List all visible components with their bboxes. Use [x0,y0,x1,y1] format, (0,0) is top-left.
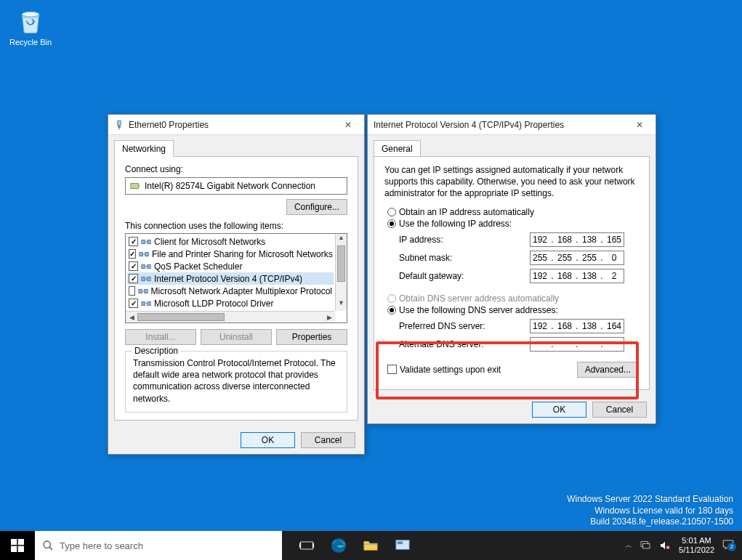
svg-rect-10 [145,252,148,256]
item-label: Client for Microsoft Networks [154,237,265,247]
recycle-bin-icon [16,6,45,35]
svg-rect-27 [11,539,17,545]
properties-button[interactable]: Properties [276,329,347,345]
alternate-dns-field[interactable]: ... [530,337,624,352]
search-placeholder: Type here to search [60,540,143,551]
window-ethernet-properties: Ethernet0 Properties ✕ Networking Connec… [108,114,365,455]
svg-rect-16 [148,277,150,280]
tab-general[interactable]: General [374,140,421,157]
svg-rect-28 [18,539,24,545]
taskbar-explorer[interactable] [355,531,387,560]
subnet-mask-field[interactable]: 255.255.255.0 [530,251,624,265]
network-icon[interactable] [640,540,651,551]
item-label: File and Printer Sharing for Microsoft N… [152,249,333,259]
list-item[interactable]: QoS Packet Scheduler [127,260,334,272]
item-checkbox[interactable] [129,274,138,283]
item-label: QoS Packet Scheduler [154,261,242,272]
item-checkbox[interactable] [129,299,138,308]
uninstall-button[interactable]: Uninstall [201,329,272,345]
component-icon [141,261,151,272]
component-icon [141,299,151,309]
svg-point-0 [22,12,39,17]
close-button[interactable]: ✕ [629,115,650,135]
radio-static-dns[interactable]: Use the following DNS server addresses: [387,305,639,315]
preferred-dns-field[interactable]: 192.168.138.164 [530,319,624,333]
component-icon [138,286,148,296]
windows-icon [11,539,24,552]
item-checkbox[interactable] [129,237,138,246]
configure-button[interactable]: Configure... [286,199,347,215]
list-item[interactable]: Microsoft LLDP Protocol Driver [127,297,334,309]
close-button[interactable]: ✕ [338,115,358,135]
adapter-field[interactable]: Intel(R) 82574L Gigabit Network Connecti… [125,177,347,195]
validate-checkbox[interactable]: Validate settings upon exit [387,365,501,375]
window-ipv4-properties: Internet Protocol Version 4 (TCP/IPv4) P… [367,114,656,424]
item-checkbox[interactable] [129,261,138,271]
item-checkbox[interactable] [129,286,135,296]
task-view-button[interactable] [291,531,323,560]
svg-rect-13 [148,264,150,268]
titlebar[interactable]: Internet Protocol Version 4 (TCP/IPv4) P… [368,115,656,135]
ok-button[interactable]: OK [532,402,586,418]
notification-icon [722,538,735,551]
svg-rect-12 [142,264,145,268]
svg-rect-35 [312,543,314,548]
taskbar-app[interactable] [387,531,419,560]
pdns-label: Preferred DNS server: [399,321,530,331]
volume-icon[interactable] [658,540,672,551]
gateway-field[interactable]: 192.168.138.2 [530,269,624,283]
ip-label: IP address: [399,235,530,245]
svg-rect-30 [18,546,24,552]
item-checkbox[interactable] [129,249,136,259]
description-text: Transmission Control Protocol/Internet P… [133,357,339,405]
vertical-scrollbar[interactable]: ▲▼ [335,234,347,311]
taskbar-search[interactable]: Type here to search [35,531,282,560]
folder-icon [363,537,379,553]
list-item[interactable]: Internet Protocol Version 4 (TCP/IPv4) [127,272,334,285]
radio-static-ip[interactable]: Use the following IP address: [387,219,639,229]
svg-rect-6 [142,240,145,243]
desktop-icon-label: Recycle Bin [6,38,55,46]
svg-rect-33 [301,542,313,549]
ip-address-field[interactable]: 192.168.138.165 [530,232,624,247]
cancel-button[interactable]: Cancel [592,402,647,418]
advanced-button[interactable]: Advanced... [577,362,639,378]
gateway-label: Default gateway: [399,271,530,281]
svg-rect-39 [398,542,403,545]
window-title: Ethernet0 Properties [129,115,334,135]
components-listbox[interactable]: Client for Microsoft NetworksFile and Pr… [125,233,347,323]
clock-date: 5/11/2022 [679,545,714,555]
evaluation-watermark: Windows Server 2022 Standard EvaluationW… [567,494,733,528]
action-center-button[interactable] [722,538,735,553]
item-label: Microsoft LLDP Protocol Driver [154,299,274,309]
list-item[interactable]: Client for Microsoft Networks [127,235,334,248]
tray-chevron[interactable]: ︿ [625,540,632,551]
svg-rect-9 [140,252,142,256]
taskbar: Type here to search ︿ 5:01 AM 5/11/2022 [0,531,742,560]
taskbar-edge[interactable] [323,531,355,560]
radio-auto-ip[interactable]: Obtain an IP address automatically [387,207,639,217]
window-title: Internet Protocol Version 4 (TCP/IPv4) P… [374,115,625,135]
horizontal-scrollbar[interactable]: ◀▶ [126,311,335,322]
start-button[interactable] [0,531,35,560]
taskbar-clock[interactable]: 5:01 AM 5/11/2022 [679,536,714,554]
description-legend: Description [132,346,181,356]
svg-line-32 [49,547,52,550]
adapter-icon [114,120,124,130]
tab-networking[interactable]: Networking [114,140,174,157]
desktop-recycle-bin[interactable]: Recycle Bin [6,6,55,46]
search-icon [42,540,54,551]
ok-button[interactable]: OK [241,432,295,448]
install-button[interactable]: Install... [125,329,196,345]
component-icon [141,274,151,284]
titlebar[interactable]: Ethernet0 Properties ✕ [108,115,364,135]
list-item[interactable]: Microsoft Network Adapter Multiplexor Pr… [127,285,334,297]
svg-rect-22 [148,301,150,305]
item-label: Internet Protocol Version 4 (TCP/IPv4) [154,274,302,284]
svg-rect-21 [142,301,145,305]
list-item[interactable]: File and Printer Sharing for Microsoft N… [127,248,334,260]
blurb-text: You can get IP settings assigned automat… [384,164,639,200]
nic-icon [130,181,140,191]
mask-label: Subnet mask: [399,253,530,263]
cancel-button[interactable]: Cancel [301,432,355,448]
